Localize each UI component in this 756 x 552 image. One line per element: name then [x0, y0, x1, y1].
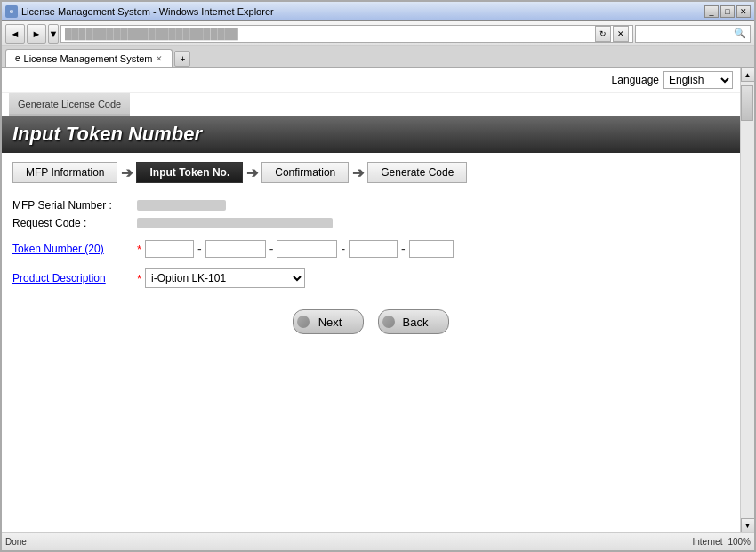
main-content: Language English Japanese Chinese Genera…: [2, 68, 740, 532]
new-tab-button[interactable]: +: [174, 51, 190, 67]
back-label: Back: [399, 316, 429, 329]
content-area: Language English Japanese Chinese Genera…: [2, 68, 754, 532]
address-bar: █████████████████████████ ↻ ✕: [60, 25, 633, 43]
window-title: License Management System - Windows Inte…: [21, 6, 274, 17]
request-row: Request Code :: [12, 217, 729, 229]
refresh-button[interactable]: ↻: [595, 26, 611, 42]
tab-bar: e License Management System ✕ +: [2, 46, 754, 68]
form-area: MFP Serial Number : Request Code : Tok: [2, 192, 740, 341]
request-value: [137, 218, 333, 228]
token-dash-3: -: [341, 242, 345, 256]
step-mfp-info: MFP Information: [12, 162, 117, 183]
minimize-button[interactable]: _: [704, 5, 719, 18]
zoom-text: 100%: [728, 537, 751, 547]
language-select[interactable]: English Japanese Chinese: [663, 71, 733, 89]
browser-window: e License Management System - Windows In…: [0, 0, 756, 552]
step-arrow-2: ➔: [246, 164, 258, 181]
product-required-star: *: [137, 272, 141, 285]
active-tab[interactable]: e License Management System ✕: [5, 49, 173, 67]
step-mfp-info-label: MFP Information: [26, 166, 104, 179]
title-bar-left: e License Management System - Windows In…: [5, 5, 274, 18]
stop-button[interactable]: ✕: [613, 26, 629, 42]
step-arrow-3: ➔: [352, 164, 364, 181]
token-field-2[interactable]: [205, 240, 266, 258]
vertical-scrollbar: ▲ ▼: [740, 68, 754, 532]
tab-icon: e: [15, 53, 20, 63]
maximize-button[interactable]: □: [720, 5, 735, 18]
next-button[interactable]: Next: [293, 309, 364, 334]
generate-license-tab[interactable]: Generate License Code: [9, 93, 130, 116]
nav-dropdown[interactable]: ▼: [48, 24, 59, 44]
product-select[interactable]: i-Option LK-101 i-Option LK-102 i-Option…: [145, 268, 305, 288]
browser-toolbar: ◄ ► ▼ █████████████████████████ ↻ ✕ 🔍: [2, 21, 754, 46]
status-text: Done: [5, 537, 27, 547]
progress-steps: MFP Information ➔ Input Token No. ➔ Conf…: [2, 153, 740, 192]
step-generate-code: Generate Code: [367, 162, 467, 183]
window-controls: _ □ ✕: [704, 5, 751, 18]
scroll-up-button[interactable]: ▲: [741, 68, 755, 82]
scroll-thumb[interactable]: [741, 85, 753, 121]
tab-header-label: Generate License Code: [18, 99, 121, 109]
step-generate-code-label: Generate Code: [381, 166, 454, 179]
token-dash-2: -: [269, 242, 274, 256]
tab-label: License Management System: [24, 53, 153, 64]
scroll-down-button[interactable]: ▼: [741, 518, 755, 532]
forward-button[interactable]: ►: [27, 24, 46, 44]
tab-close-button[interactable]: ✕: [156, 54, 163, 63]
title-bar: e License Management System - Windows In…: [2, 2, 754, 21]
button-row: Next Back: [12, 309, 729, 334]
language-label: Language: [612, 74, 659, 86]
zone-text: Internet: [693, 537, 723, 547]
step-input-token: Input Token No.: [136, 162, 243, 183]
search-input[interactable]: [639, 28, 734, 39]
step-input-token-label: Input Token No.: [149, 166, 229, 179]
serial-label: MFP Serial Number :: [12, 199, 137, 212]
request-label: Request Code :: [12, 217, 137, 229]
address-buttons: ↻ ✕: [595, 26, 629, 42]
back-button-form[interactable]: Back: [378, 309, 449, 334]
product-row: Product Description * i-Option LK-101 i-…: [12, 268, 729, 288]
status-bar: Done Internet 100%: [2, 532, 754, 550]
token-field-5[interactable]: [409, 240, 454, 258]
next-label: Next: [315, 316, 342, 329]
step-arrow-1: ➔: [121, 164, 133, 181]
serial-value: [137, 200, 226, 211]
page-body: Language English Japanese Chinese Genera…: [2, 68, 740, 512]
close-button[interactable]: ✕: [736, 5, 751, 18]
step-confirmation: Confirmation: [261, 162, 349, 183]
product-label[interactable]: Product Description: [12, 272, 137, 284]
back-button[interactable]: ◄: [5, 24, 25, 44]
address-text: █████████████████████████: [65, 28, 595, 39]
search-icon: 🔍: [734, 28, 746, 39]
token-dash-1: -: [197, 242, 202, 256]
scroll-track[interactable]: [741, 82, 754, 518]
language-bar: Language English Japanese Chinese: [2, 68, 740, 93]
token-required-star: *: [137, 243, 141, 256]
token-field-1[interactable]: [145, 240, 194, 258]
ie-icon: e: [5, 5, 18, 18]
step-confirmation-label: Confirmation: [275, 166, 335, 179]
page-title: Input Token Number: [12, 123, 202, 145]
page-title-bar: Input Token Number: [2, 116, 740, 153]
token-field-4[interactable]: [349, 240, 398, 258]
token-row: Token Number (20) * - - - -: [12, 240, 729, 258]
serial-row: MFP Serial Number :: [12, 199, 729, 212]
search-bar: 🔍: [635, 25, 751, 43]
token-label[interactable]: Token Number (20): [12, 243, 137, 255]
token-field-3[interactable]: [277, 240, 337, 258]
token-inputs: - - - -: [145, 240, 454, 258]
token-dash-4: -: [401, 242, 406, 256]
